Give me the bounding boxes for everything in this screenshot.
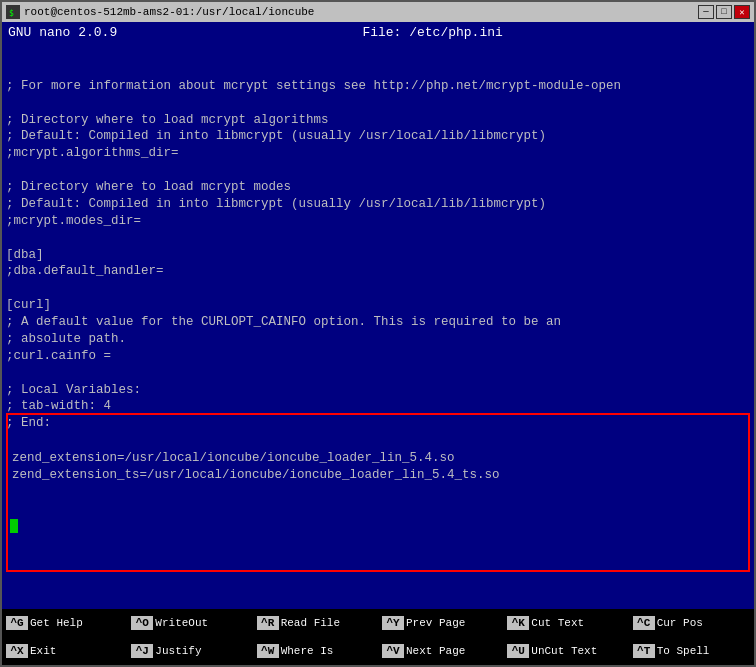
footer-cmd-uncut-text[interactable]: ^UUnCut Text: [503, 637, 628, 665]
footer-cmd-next-page[interactable]: ^VNext Page: [378, 637, 503, 665]
footer-key: ^R: [257, 616, 279, 630]
footer-row-2: ^XExit^JJustify^WWhere Is^VNext Page^UUn…: [2, 637, 754, 665]
editor-content: ; For more information about mcrypt sett…: [6, 78, 750, 432]
highlighted-line: zend_extension_ts=/usr/local/ioncube/ion…: [10, 467, 746, 484]
footer-cmd-where-is[interactable]: ^WWhere Is: [253, 637, 378, 665]
footer-key: ^C: [633, 616, 655, 630]
terminal-icon: $: [6, 5, 20, 19]
footer-label: Cut Text: [531, 617, 584, 629]
editor-line: ; For more information about mcrypt sett…: [6, 78, 750, 95]
footer-key: ^X: [6, 644, 28, 658]
footer-key: ^Y: [382, 616, 404, 630]
footer-key: ^U: [507, 644, 529, 658]
footer-key: ^T: [633, 644, 655, 658]
title-bar: $ root@centos-512mb-ams2-01:/usr/local/i…: [2, 2, 754, 22]
footer-label: Exit: [30, 645, 56, 657]
editor-line: ;curl.cainfo =: [6, 348, 750, 365]
title-bar-left: $ root@centos-512mb-ams2-01:/usr/local/i…: [6, 5, 314, 19]
nano-version: GNU nano 2.0.9: [8, 25, 117, 40]
footer-key: ^K: [507, 616, 529, 630]
footer-cmd-read-file[interactable]: ^RRead File: [253, 609, 378, 637]
close-button[interactable]: ✕: [734, 5, 750, 19]
footer-key: ^J: [131, 644, 153, 658]
footer-key: ^W: [257, 644, 279, 658]
footer-key: ^V: [382, 644, 404, 658]
editor-line: ; Directory where to load mcrypt modes: [6, 179, 750, 196]
editor-line: [6, 230, 750, 247]
footer-cmd-cur-pos[interactable]: ^CCur Pos: [629, 609, 754, 637]
footer-cmd-justify[interactable]: ^JJustify: [127, 637, 252, 665]
footer-cmd-writeout[interactable]: ^OWriteOut: [127, 609, 252, 637]
svg-text:$: $: [9, 9, 14, 17]
editor-line: [6, 280, 750, 297]
editor-line: [dba]: [6, 247, 750, 264]
footer-label: To Spell: [657, 645, 710, 657]
footer-cmd-prev-page[interactable]: ^YPrev Page: [378, 609, 503, 637]
cursor: [10, 519, 18, 533]
footer-row-1: ^GGet Help^OWriteOut^RRead File^YPrev Pa…: [2, 609, 754, 637]
editor-line: ;mcrypt.algorithms_dir=: [6, 145, 750, 162]
footer-label: Prev Page: [406, 617, 465, 629]
nano-header: GNU nano 2.0.9 File: /etc/php.ini: [2, 22, 754, 42]
title-bar-buttons: ─ □ ✕: [698, 5, 750, 19]
footer-key: ^O: [131, 616, 153, 630]
editor-line: ; Directory where to load mcrypt algorit…: [6, 112, 750, 129]
editor-line: [6, 162, 750, 179]
cursor-line: [10, 518, 746, 535]
footer-label: Where Is: [281, 645, 334, 657]
footer-cmd-exit[interactable]: ^XExit: [2, 637, 127, 665]
editor-line: ; Local Variables:: [6, 382, 750, 399]
footer-label: Cur Pos: [657, 617, 703, 629]
editor-line: ; absolute path.: [6, 331, 750, 348]
highlighted-lines: zend_extension=/usr/local/ioncube/ioncub…: [10, 450, 746, 484]
footer: ^GGet Help^OWriteOut^RRead File^YPrev Pa…: [2, 609, 754, 665]
nano-file: File: /etc/php.ini: [362, 25, 502, 40]
footer-cmd-get-help[interactable]: ^GGet Help: [2, 609, 127, 637]
footer-cmd-to-spell[interactable]: ^TTo Spell: [629, 637, 754, 665]
maximize-button[interactable]: □: [716, 5, 732, 19]
highlighted-line: zend_extension=/usr/local/ioncube/ioncub…: [10, 450, 746, 467]
footer-cmd-cut-text[interactable]: ^KCut Text: [503, 609, 628, 637]
footer-label: UnCut Text: [531, 645, 597, 657]
minimize-button[interactable]: ─: [698, 5, 714, 19]
footer-label: Read File: [281, 617, 340, 629]
editor-line: ; Default: Compiled in into libmcrypt (u…: [6, 128, 750, 145]
editor-line: ; Default: Compiled in into libmcrypt (u…: [6, 196, 750, 213]
editor-line: [6, 365, 750, 382]
editor-line: [curl]: [6, 297, 750, 314]
footer-key: ^G: [6, 616, 28, 630]
status-bar: [2, 593, 754, 609]
editor-line: [6, 95, 750, 112]
window-title: root@centos-512mb-ams2-01:/usr/local/ion…: [24, 6, 314, 18]
footer-label: WriteOut: [155, 617, 208, 629]
footer-label: Get Help: [30, 617, 83, 629]
editor-line: ;dba.default_handler=: [6, 263, 750, 280]
highlighted-block: zend_extension=/usr/local/ioncube/ioncub…: [6, 413, 750, 573]
footer-label: Next Page: [406, 645, 465, 657]
editor-line: ; A default value for the CURLOPT_CAINFO…: [6, 314, 750, 331]
editor-line: ;mcrypt.modes_dir=: [6, 213, 750, 230]
footer-label: Justify: [155, 645, 201, 657]
editor-area[interactable]: ; For more information about mcrypt sett…: [2, 42, 754, 593]
